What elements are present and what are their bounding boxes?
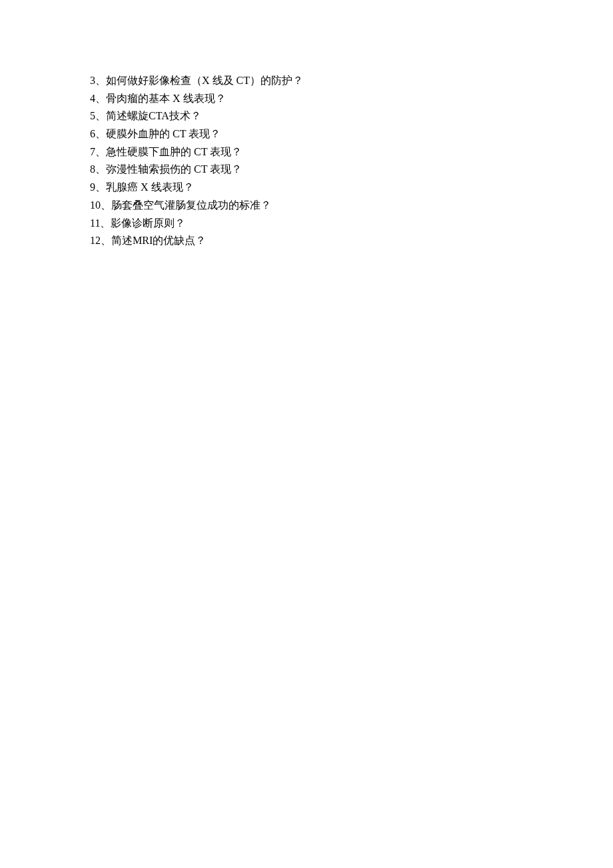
question-item: 3、如何做好影像检查（X 线及 CT）的防护？ (90, 73, 543, 89)
question-item: 4、骨肉瘤的基本 X 线表现？ (90, 91, 543, 107)
question-item: 5、简述螺旋CTA技术？ (90, 108, 543, 124)
question-item: 11、影像诊断原则？ (90, 215, 543, 231)
question-item: 10、肠套叠空气灌肠复位成功的标准？ (90, 197, 543, 213)
question-item: 8、弥漫性轴索损伤的 CT 表现？ (90, 161, 543, 177)
question-list: 3、如何做好影像检查（X 线及 CT）的防护？ 4、骨肉瘤的基本 X 线表现？ … (90, 73, 543, 251)
document-page: 3、如何做好影像检查（X 线及 CT）的防护？ 4、骨肉瘤的基本 X 线表现？ … (0, 0, 613, 868)
question-item: 9、乳腺癌 X 线表现？ (90, 179, 543, 195)
question-item: 12、简述MRI的优缺点？ (90, 233, 543, 249)
question-item: 6、硬膜外血肿的 CT 表现？ (90, 126, 543, 142)
question-item: 7、急性硬膜下血肿的 CT 表现？ (90, 144, 543, 160)
